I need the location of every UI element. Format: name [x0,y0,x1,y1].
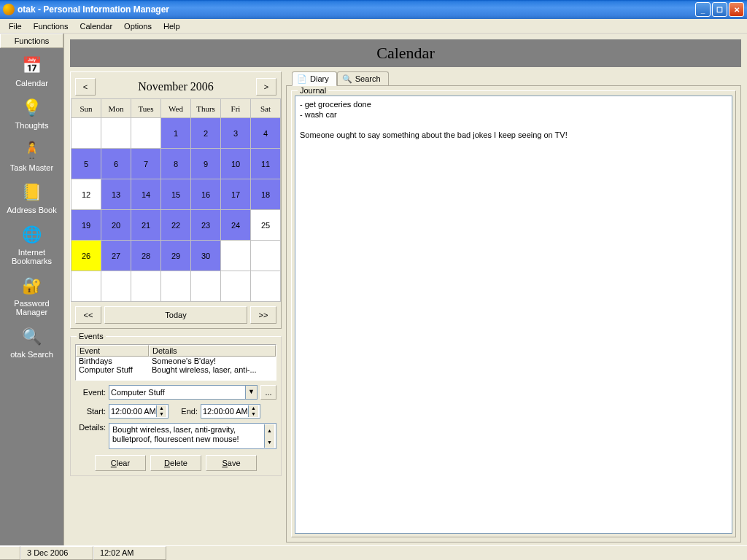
calendar-day [221,241,251,271]
sidebar-item-password-manager[interactable]: 🔐Password Manager [2,271,62,322]
sidebar-item-thoughts[interactable]: 💡Thoughts [2,93,62,136]
events-row[interactable]: BirthdaysSomeone's B'day! [76,357,276,365]
menu-help[interactable]: Help [158,20,186,32]
calendar-day[interactable]: 1 [161,118,191,149]
task-master-icon: 🧍 [20,139,44,162]
calendar-day[interactable]: 24 [221,210,251,241]
calendar-day[interactable]: 27 [101,241,131,271]
calendar-day[interactable]: 10 [221,149,251,179]
internet-bookmarks-icon: 🌐 [20,223,44,246]
calendar-day[interactable]: 16 [191,179,221,210]
calendar-day[interactable]: 17 [221,179,251,210]
calendar-day[interactable]: 15 [161,179,191,210]
clear-button[interactable]: Clear [95,455,146,471]
spin-up-icon[interactable]: ▲ [156,405,166,411]
calendar-day[interactable]: 11 [251,149,281,179]
calendar-day[interactable]: 14 [131,179,161,210]
tab-diary[interactable]: 📄 Diary [292,71,337,86]
menu-functions[interactable]: Functions [28,20,74,32]
sidebar-item-calendar[interactable]: 📅Calendar [2,51,62,93]
calendar-day[interactable]: 3 [221,118,251,149]
spin-down-icon[interactable]: ▼ [248,411,258,417]
sidebar-item-label: Thoughts [2,121,62,130]
tab-search[interactable]: 🔍 Search [337,71,389,85]
calendar-day [131,271,161,302]
details-text-value: Bought wireless, laser, anti-gravity, bu… [111,424,264,448]
calendar-day [221,271,251,302]
events-col-details[interactable]: Details [149,345,276,357]
year-prev-button[interactable]: << [75,306,101,324]
sidebar-item-internet-bookmarks[interactable]: 🌐Internet Bookmarks [2,220,62,271]
maximize-button[interactable]: ☐ [712,2,727,17]
calendar-day[interactable]: 18 [251,179,281,210]
events-row[interactable]: Computer StuffBought wireless, laser, an… [76,365,276,374]
calendar-day[interactable]: 28 [131,241,161,271]
calendar-day[interactable]: 25 [251,210,281,241]
sidebar-item-label: Calendar [2,79,62,88]
spin-up-icon[interactable]: ▲ [248,405,258,411]
calendar-day[interactable]: 7 [131,149,161,179]
journal-textarea[interactable]: - get groceries done - wash car Someone … [295,96,732,534]
calendar-day [251,241,281,271]
spin-down-icon[interactable]: ▼ [156,411,166,417]
calendar-day[interactable]: 21 [131,210,161,241]
month-prev-button[interactable]: < [75,78,96,96]
end-time-input[interactable]: 12:00:00 AM ▲▼ [201,404,260,419]
spin-down-icon[interactable]: ▼ [264,436,274,448]
delete-button[interactable]: Delete [150,455,201,471]
month-next-button[interactable]: > [256,78,276,96]
start-label: Start: [75,407,106,416]
calendar-day [191,271,221,302]
window-title: otak - Personal Information Manager [18,4,695,15]
calendar-day[interactable]: 6 [101,149,131,179]
menu-calendar[interactable]: Calendar [74,20,118,32]
calendar-title: November 2006 [96,80,256,93]
events-row-event: Birthdays [79,357,152,365]
save-button[interactable]: Save [206,455,257,471]
start-time-input[interactable]: 12:00:00 AM ▲▼ [109,404,169,419]
calendar-day-header: Thurs [191,99,221,118]
calendar-day[interactable]: 5 [71,149,101,179]
details-textarea[interactable]: Bought wireless, laser, anti-gravity, bu… [109,423,276,449]
password-manager-icon: 🔐 [20,274,44,298]
calendar-day[interactable]: 4 [251,118,281,149]
calendar-day[interactable]: 9 [191,149,221,179]
calendar-day-header: Wed [161,99,191,118]
calendar-day [71,118,101,149]
chevron-down-icon[interactable]: ▼ [245,386,257,399]
today-button[interactable]: Today [104,306,247,324]
event-more-button[interactable]: ... [260,385,276,400]
events-legend: Events [77,332,106,341]
event-combo[interactable]: Computer Stuff ▼ [109,385,258,400]
calendar-day[interactable]: 29 [161,241,191,271]
sidebar-item-otak-search[interactable]: 🔍otak Search [2,322,62,365]
calendar-day[interactable]: 8 [161,149,191,179]
menu-options[interactable]: Options [118,20,158,32]
events-row-details: Bought wireless, laser, anti-... [152,365,273,374]
year-next-button[interactable]: >> [250,306,276,324]
menu-file[interactable]: File [3,20,28,32]
event-label: Event: [75,388,106,397]
calendar-day[interactable]: 20 [101,210,131,241]
calendar-day[interactable]: 13 [101,179,131,210]
sidebar-item-task-master[interactable]: 🧍Task Master [2,136,62,178]
calendar-day[interactable]: 2 [191,118,221,149]
calendar-day[interactable]: 19 [71,210,101,241]
calendar-day-header: Mon [101,99,131,118]
calendar-day[interactable]: 22 [161,210,191,241]
app-icon [3,4,15,15]
calendar-day [251,271,281,302]
calendar-day[interactable]: 12 [71,179,101,210]
calendar-day[interactable]: 23 [191,210,221,241]
calendar-day[interactable]: 26 [71,241,101,271]
events-col-event[interactable]: Event [76,345,149,357]
calendar-day[interactable]: 30 [191,241,221,271]
status-spacer [0,546,20,560]
events-list[interactable]: Event Details BirthdaysSomeone's B'day!C… [75,344,276,381]
close-button[interactable]: ✕ [729,2,744,17]
calendar-icon: 📅 [20,54,44,77]
spin-up-icon[interactable]: ▲ [264,424,274,436]
sidebar-item-address-book[interactable]: 📒Address Book [2,178,62,220]
calendar-day [161,271,191,302]
minimize-button[interactable]: _ [695,2,711,17]
